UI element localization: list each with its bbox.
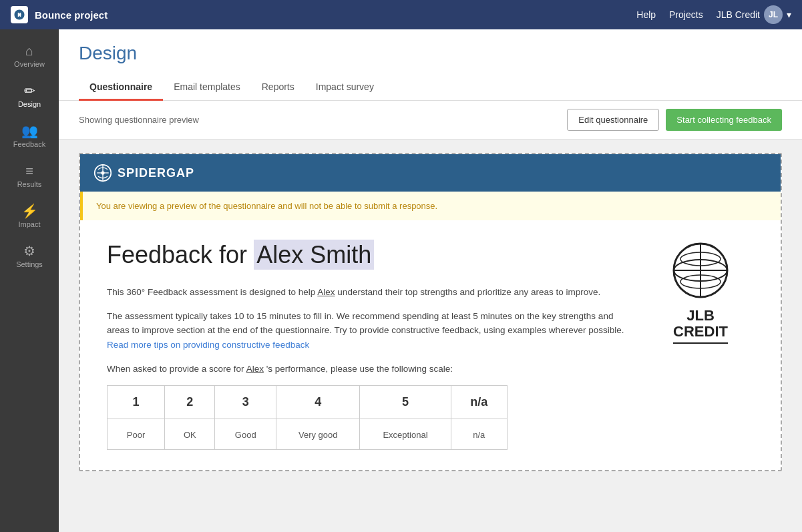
company-logo-section: JLB CREDIT [647, 240, 754, 450]
chevron-down-icon: ▾ [787, 9, 791, 20]
description-3: When asked to provide a score for Alex '… [107, 362, 627, 376]
score-table: 1 2 3 4 5 n/a Poor OK Good [107, 385, 508, 450]
preview-frame: Spidergap You are viewing a preview of t… [79, 153, 782, 471]
toolbar-actions: Edit questionnaire Start collecting feed… [567, 109, 782, 131]
edit-questionnaire-button[interactable]: Edit questionnaire [567, 109, 659, 131]
chart-icon: ≡ [25, 164, 33, 178]
projects-link[interactable]: Projects [669, 9, 703, 20]
sidebar-item-design[interactable]: ✏ Design [0, 76, 59, 116]
user-label: JLB Credit [717, 9, 760, 20]
preview-content: Feedback for Alex Smith This 360° Feedba… [80, 220, 781, 470]
score-label-na: n/a [451, 419, 507, 450]
score-cell-4: 4 [276, 386, 360, 419]
spidergap-icon [93, 164, 112, 182]
feedback-title-prefix: Feedback for [107, 241, 247, 268]
score-numbers-row: 1 2 3 4 5 n/a [108, 386, 508, 419]
score-cell-5: 5 [360, 386, 451, 419]
tab-email-templates[interactable]: Email templates [163, 75, 251, 101]
pencil-icon: ✏ [24, 84, 35, 97]
score-label-2: OK [165, 419, 215, 450]
feedback-title: Feedback for Alex Smith [107, 240, 627, 269]
description-2: The assessment typically takes 10 to 15 … [107, 309, 627, 352]
people-icon: 👥 [21, 124, 38, 138]
sidebar-item-settings[interactable]: ⚙ Settings [0, 236, 59, 276]
score-label-4: Very good [276, 419, 360, 450]
score-label-5: Exceptional [360, 419, 451, 450]
start-collecting-feedback-button[interactable]: Start collecting feedback [666, 109, 782, 131]
user-menu[interactable]: JLB Credit JL ▾ [717, 5, 791, 24]
sidebar: ⌂ Overview ✏ Design 👥 Feedback ≡ Results… [0, 29, 59, 532]
spidergap-logo: Spidergap [93, 164, 194, 182]
tab-reports[interactable]: Reports [251, 75, 305, 101]
description-1: This 360° Feedback assessment is designe… [107, 285, 627, 300]
subject-name: Alex Smith [254, 240, 374, 270]
spidergap-brand-name: Spidergap [118, 166, 194, 180]
preview-text-section: Feedback for Alex Smith This 360° Feedba… [107, 240, 627, 450]
avatar: JL [764, 5, 783, 24]
score-cell-2: 2 [165, 386, 215, 419]
tab-questionnaire[interactable]: Questionnaire [79, 75, 163, 101]
main-header: Design Questionnaire Email templates Rep… [59, 29, 802, 101]
globe-icon [670, 240, 731, 302]
preview-header: Spidergap [80, 154, 781, 192]
preview-warning: You are viewing a preview of the questio… [80, 192, 781, 220]
score-label-1: Poor [108, 419, 165, 450]
bolt-icon: ⚡ [21, 204, 38, 218]
score-cell-1: 1 [108, 386, 165, 419]
sidebar-item-results[interactable]: ≡ Results [0, 156, 59, 196]
subject-name-inline-1: Alex [317, 287, 335, 297]
toolbar-info: Showing questionnaire preview [79, 115, 199, 125]
company-name: JLB CREDIT [673, 308, 728, 344]
score-cell-na: n/a [451, 386, 507, 419]
subject-name-inline-2: Alex [246, 364, 264, 374]
home-icon: ⌂ [25, 44, 33, 57]
top-nav: Bounce project Help Projects JLB Credit … [0, 0, 802, 29]
tab-impact-survey[interactable]: Impact survey [305, 75, 385, 101]
page-title: Design [79, 43, 782, 64]
sidebar-item-overview[interactable]: ⌂ Overview [0, 36, 59, 76]
score-labels-row: Poor OK Good Very good Exceptional n/a [108, 419, 508, 450]
help-link[interactable]: Help [636, 9, 656, 20]
gear-icon: ⚙ [23, 244, 35, 258]
svg-point-2 [101, 171, 104, 174]
toolbar: Showing questionnaire preview Edit quest… [59, 101, 802, 140]
app-title: Bounce project [35, 9, 108, 21]
app-logo[interactable] [11, 6, 28, 23]
tabs: Questionnaire Email templates Reports Im… [79, 75, 782, 100]
sidebar-item-impact[interactable]: ⚡ Impact [0, 196, 59, 236]
score-cell-3: 3 [215, 386, 276, 419]
sidebar-item-feedback[interactable]: 👥 Feedback [0, 116, 59, 156]
score-label-3: Good [215, 419, 276, 450]
main-content: Design Questionnaire Email templates Rep… [59, 29, 802, 532]
tips-link[interactable]: Read more tips on providing constructive… [107, 340, 309, 350]
preview-area: Spidergap You are viewing a preview of t… [59, 140, 802, 485]
